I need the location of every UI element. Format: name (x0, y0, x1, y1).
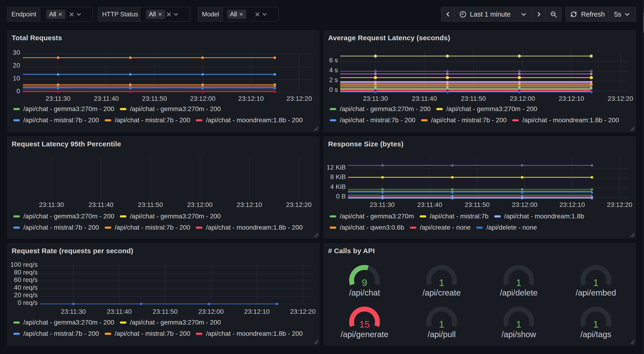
svg-text:/api/generate: /api/generate (341, 330, 388, 339)
svg-text:0 req/s: 0 req/s (18, 299, 38, 306)
svg-text:23:12:20: 23:12:20 (286, 95, 312, 102)
svg-text:23:12:10: 23:12:10 (560, 201, 585, 208)
svg-text:23:11:40: 23:11:40 (94, 95, 119, 102)
svg-text:23:11:30: 23:11:30 (46, 95, 70, 102)
svg-text:/api/pull: /api/pull (428, 330, 456, 339)
svg-text:1: 1 (439, 277, 444, 288)
svg-text:1: 1 (516, 277, 522, 288)
svg-text:4 s: 4 s (329, 66, 338, 74)
svg-text:23:11:30: 23:11:30 (39, 201, 64, 208)
svg-text:40 req/s: 40 req/s (14, 284, 38, 291)
svg-text:23:12:20: 23:12:20 (608, 95, 633, 102)
svg-text:6 s: 6 s (329, 57, 338, 64)
svg-text:8 KiB: 8 KiB (330, 173, 346, 181)
svg-text:23:12:10: 23:12:10 (237, 201, 262, 208)
svg-text:23:12:10: 23:12:10 (244, 308, 270, 315)
svg-text:15: 15 (359, 319, 370, 330)
svg-text:23:12:20: 23:12:20 (290, 308, 316, 315)
svg-text:2 s: 2 s (329, 76, 338, 84)
svg-text:23:11:40: 23:11:40 (107, 308, 132, 315)
svg-text:/api/chat: /api/chat (349, 288, 380, 297)
svg-text:20 req/s: 20 req/s (14, 291, 38, 298)
svg-text:100 req/s: 100 req/s (10, 261, 38, 268)
svg-text:23:11:50: 23:11:50 (138, 201, 163, 208)
svg-text:23:11:50: 23:11:50 (465, 201, 490, 208)
svg-text:0: 0 (16, 88, 20, 95)
svg-text:23:12:20: 23:12:20 (286, 201, 312, 208)
svg-text:0 s: 0 s (329, 86, 338, 93)
svg-text:1: 1 (593, 319, 599, 330)
svg-text:23:11:50: 23:11:50 (461, 95, 486, 102)
svg-text:23:11:40: 23:11:40 (88, 201, 114, 208)
svg-text:23:12:00: 23:12:00 (512, 201, 538, 208)
svg-text:9: 9 (362, 277, 367, 288)
svg-text:23:12:00: 23:12:00 (187, 201, 213, 208)
svg-text:/api/create: /api/create (422, 288, 460, 297)
svg-text:12 KiB: 12 KiB (327, 164, 346, 171)
svg-text:4 KiB: 4 KiB (330, 183, 346, 190)
svg-text:0 B: 0 B (336, 193, 346, 200)
svg-text:23:12:10: 23:12:10 (238, 95, 264, 102)
svg-text:1: 1 (516, 319, 522, 330)
svg-text:1: 1 (439, 319, 444, 330)
svg-text:23:12:00: 23:12:00 (510, 95, 535, 102)
svg-text:23:12:00: 23:12:00 (198, 308, 224, 315)
svg-text:23:12:00: 23:12:00 (190, 95, 216, 102)
svg-text:23:11:30: 23:11:30 (61, 308, 86, 315)
svg-text:/api/show: /api/show (502, 330, 536, 339)
svg-text:/api/delete: /api/delete (500, 288, 538, 297)
svg-text:23:12:20: 23:12:20 (607, 201, 632, 208)
svg-text:30: 30 (13, 49, 20, 56)
svg-text:20: 20 (13, 62, 20, 69)
svg-text:10: 10 (13, 75, 20, 82)
svg-text:23:11:40: 23:11:40 (417, 201, 442, 208)
svg-text:/api/embed: /api/embed (576, 288, 616, 297)
svg-text:23:11:50: 23:11:50 (152, 308, 178, 315)
svg-text:1: 1 (593, 277, 599, 288)
svg-text:80 req/s: 80 req/s (14, 269, 38, 276)
svg-text:23:12:10: 23:12:10 (559, 95, 584, 102)
svg-text:60 req/s: 60 req/s (14, 276, 38, 283)
svg-text:/api/tags: /api/tags (580, 330, 611, 339)
svg-text:23:11:30: 23:11:30 (370, 201, 395, 208)
svg-text:23:11:30: 23:11:30 (363, 95, 388, 102)
svg-text:23:11:40: 23:11:40 (412, 95, 437, 102)
svg-text:23:11:50: 23:11:50 (142, 95, 167, 102)
